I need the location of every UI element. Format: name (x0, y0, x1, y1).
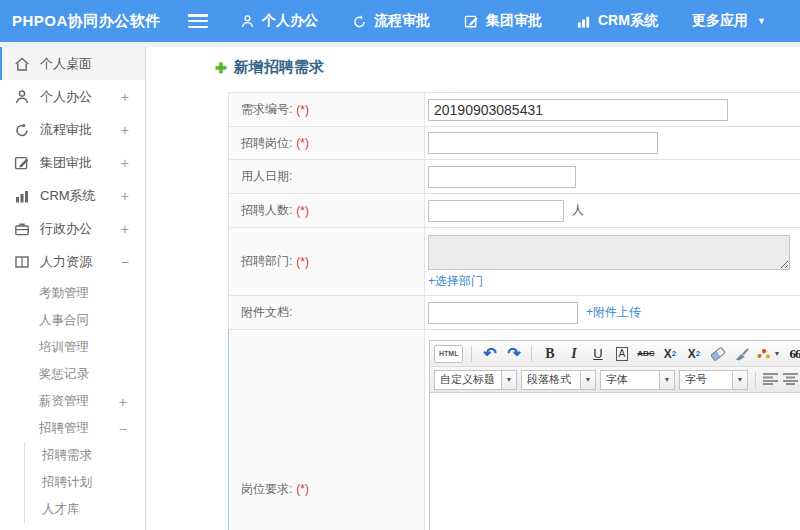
nav-label: 流程审批 (374, 12, 430, 30)
nav-label: 更多应用 (692, 12, 748, 30)
caret-down-icon: ▼ (501, 371, 516, 389)
expand-plus-icon[interactable]: + (121, 221, 129, 237)
group-edit-icon (14, 155, 31, 171)
subscript-button[interactable]: X2 (684, 344, 703, 364)
hire-date-input[interactable] (428, 166, 576, 188)
expand-plus-icon[interactable]: + (121, 155, 129, 171)
autotypeset-button[interactable]: A (616, 347, 629, 361)
field-label: 招聘人数: (*) (229, 194, 425, 227)
sidebar-item-attendance[interactable]: 考勤管理 (0, 280, 145, 307)
align-left-icon[interactable] (763, 372, 779, 388)
sidebar-item-recruit-demand[interactable]: 招聘需求 (25, 442, 145, 469)
blockquote-button[interactable]: 66 (785, 344, 800, 364)
sidebar-item-salary[interactable]: 薪资管理 + (0, 388, 145, 415)
sidebar-subitem-label: 招聘计划 (42, 474, 92, 491)
undo-icon[interactable]: ↶ (480, 344, 499, 364)
nav-group-approval[interactable]: 集团审批 (464, 12, 542, 30)
font-size-select[interactable]: 字号 ▼ (679, 370, 748, 390)
sidebar-item-recruit-mgmt[interactable]: 招聘管理 − (0, 415, 145, 442)
form-row-requirements: 岗位要求: (*) HTML ↶ ↷ B I (228, 329, 800, 530)
align-center-icon[interactable] (783, 372, 799, 388)
underline-button[interactable]: U (588, 344, 607, 364)
field-label: 附件文档: (229, 296, 425, 329)
source-html-button[interactable]: HTML (434, 345, 463, 363)
sidebar-item-hr-contract[interactable]: 人事合同 (0, 307, 145, 334)
select-department-link[interactable]: +选择部门 (428, 273, 483, 290)
field-label: 需求编号: (*) (229, 93, 425, 126)
sidebar-item-talent-pool[interactable]: 人才库 (25, 496, 145, 523)
required-mark: (*) (296, 255, 309, 269)
sidebar-item-group-approval[interactable]: 集团审批 + (0, 146, 145, 179)
briefcase-icon (14, 221, 31, 237)
chart-icon (576, 14, 591, 29)
toolbar-separator (471, 346, 472, 362)
expand-plus-icon[interactable]: + (121, 89, 129, 105)
sidebar-item-label: 行政办公 (40, 220, 92, 238)
highlight-color-icon[interactable]: ▼ (756, 344, 780, 364)
sidebar-item-crm[interactable]: CRM系统 + (0, 179, 145, 212)
eraser-icon[interactable] (708, 344, 727, 364)
editor-toolbar-row2: 自定义标题 ▼ 段落格式 ▼ 字体 ▼ (430, 367, 800, 393)
attachment-upload-link[interactable]: +附件上传 (586, 304, 641, 321)
strikethrough-button[interactable]: ABC (636, 344, 655, 364)
sidebar-item-personal-office[interactable]: 个人办公 + (0, 80, 145, 113)
chart-icon (14, 188, 31, 204)
italic-button[interactable]: I (564, 344, 583, 364)
field-label: 岗位要求: (*) (229, 330, 425, 530)
recruit-submenu: 招聘需求 招聘计划 人才库 (24, 442, 145, 523)
editor-toolbar-row1: HTML ↶ ↷ B I U A ABC X2 X2 (430, 341, 800, 367)
headcount-input[interactable] (428, 200, 564, 222)
sidebar-subitem-label: 人事合同 (39, 312, 89, 329)
demand-no-input[interactable] (428, 99, 728, 121)
format-painter-icon[interactable] (732, 344, 751, 364)
superscript-button[interactable]: X2 (660, 344, 679, 364)
menu-toggle-icon[interactable] (188, 14, 208, 28)
sidebar-item-training[interactable]: 培训管理 (0, 334, 145, 361)
recruit-demand-form: 需求编号: (*) 招聘岗位: (*) 用人日期: (228, 92, 800, 530)
redo-icon[interactable]: ↷ (504, 344, 523, 364)
form-row-demand-no: 需求编号: (*) (228, 92, 800, 127)
sidebar-item-label: 个人桌面 (40, 55, 92, 73)
user-icon (240, 14, 255, 29)
sidebar-subitem-label: 薪资管理 (39, 393, 89, 410)
sidebar-item-label: 流程审批 (40, 121, 92, 139)
home-icon (14, 56, 31, 72)
nav-more-apps[interactable]: 更多应用 ▼ (692, 12, 766, 30)
flow-icon (352, 14, 367, 29)
position-input[interactable] (428, 132, 658, 154)
headcount-unit: 人 (572, 202, 584, 219)
attachment-input[interactable] (428, 302, 578, 324)
department-textarea[interactable] (428, 235, 790, 270)
font-family-select[interactable]: 字体 ▼ (600, 370, 675, 390)
editor-content-area[interactable] (430, 393, 800, 530)
page-title-text: 新增招聘需求 (234, 58, 324, 77)
sidebar-subitem-label: 考勤管理 (39, 285, 89, 302)
page-title: ✚ 新增招聘需求 (215, 58, 800, 77)
sidebar-item-admin-office[interactable]: 行政办公 + (0, 212, 145, 245)
caret-down-icon: ▼ (659, 371, 674, 389)
form-row-position: 招聘岗位: (*) (228, 126, 800, 160)
main-content: ✚ 新增招聘需求 需求编号: (*) 招聘岗位: (*) 用人日期: (147, 47, 800, 530)
collapse-minus-icon[interactable]: − (121, 254, 129, 270)
required-mark: (*) (296, 204, 309, 218)
expand-plus-icon[interactable]: + (121, 122, 129, 138)
nav-workflow-approval[interactable]: 流程审批 (352, 12, 430, 30)
field-label: 招聘部门: (*) (229, 228, 425, 295)
nav-crm-system[interactable]: CRM系统 (576, 12, 658, 30)
sidebar-item-rewards[interactable]: 奖惩记录 (0, 361, 145, 388)
nav-label: 集团审批 (486, 12, 542, 30)
sidebar-subitem-label: 招聘需求 (42, 447, 92, 464)
sidebar-item-recruit-plan[interactable]: 招聘计划 (25, 469, 145, 496)
sidebar-item-workflow-approval[interactable]: 流程审批 + (0, 113, 145, 146)
sidebar-item-desktop[interactable]: 个人桌面 (0, 47, 145, 80)
collapse-minus-icon[interactable]: − (119, 421, 127, 437)
sidebar-item-hr[interactable]: 人力资源 − (0, 245, 145, 278)
hr-submenu: 考勤管理 人事合同 培训管理 奖惩记录 薪资管理 + 招聘管理 − 招聘需求 招… (0, 280, 145, 523)
expand-plus-icon[interactable]: + (119, 394, 127, 410)
required-mark: (*) (296, 482, 309, 496)
nav-personal-office[interactable]: 个人办公 (240, 12, 318, 30)
expand-plus-icon[interactable]: + (121, 188, 129, 204)
custom-title-select[interactable]: 自定义标题 ▼ (434, 370, 517, 390)
bold-button[interactable]: B (540, 344, 559, 364)
paragraph-format-select[interactable]: 段落格式 ▼ (521, 370, 596, 390)
